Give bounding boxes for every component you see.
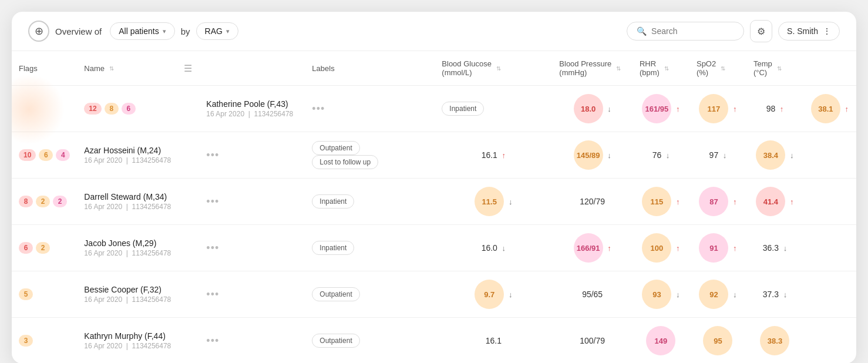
patient-name: Azar Hosseini (M,24) (84, 146, 192, 155)
filter-button[interactable]: ⚙ (750, 20, 772, 42)
flag-badges: 822 (19, 196, 70, 207)
th-spo2[interactable]: SpO2 (%) ⇅ (689, 51, 746, 86)
metric-plain: 16.1 (482, 150, 497, 160)
row-menu-icon[interactable]: ••• (206, 196, 219, 207)
trend-up-icon: ↑ (733, 244, 737, 253)
metric-plain: 36.3 (763, 243, 779, 253)
metric-cell: 93 ↓ (633, 271, 689, 318)
metric-plain: 100/79 (580, 336, 605, 345)
row-menu-icon[interactable]: ••• (206, 242, 219, 254)
patient-name: Bessie Cooper (F,32) (84, 285, 192, 294)
metric-bubble: 93 (642, 280, 671, 309)
th-flags: Flags (12, 51, 77, 86)
chevron-down-icon-2: ▾ (226, 28, 230, 35)
metric-bubble: 92 (699, 280, 728, 309)
row-menu-icon[interactable]: ••• (312, 103, 325, 115)
metric-bubble: 18.0 (574, 94, 603, 123)
th-menu (199, 51, 305, 86)
flag-badge: 2 (53, 196, 67, 207)
metric-cell: 92 ↓ (689, 271, 746, 318)
table-row[interactable]: 1064 Azar Hosseini (M,24) 16 Apr 2020 | … (12, 132, 856, 179)
labels-cell: Inpatient (305, 225, 435, 271)
th-blood-glucose[interactable]: Blood Glucose (mmol/L) ⇅ (435, 51, 552, 86)
metric-cell: 9.7 ↓ (435, 271, 552, 318)
metric-cell: 76 ↓ (633, 132, 689, 179)
user-menu-button[interactable]: S. Smith ⋮ (778, 22, 840, 41)
th-temp[interactable]: Temp (°C) ⇅ (746, 51, 803, 86)
trend-down-icon: ↓ (502, 244, 506, 253)
sliders-icon: ⚙ (757, 26, 765, 37)
metric-cell: 115 ↑ (633, 179, 689, 225)
flag-badges: 1286 (84, 103, 192, 115)
metric-cell: 161/95 ↑ (633, 86, 689, 132)
sort-icon-spo2: ⇅ (721, 65, 725, 72)
trend-down-icon: ↓ (723, 151, 727, 160)
sort-icon-temp: ⇅ (777, 65, 782, 72)
metric-bubble: 115 (642, 187, 671, 216)
user-menu-icon: ⋮ (823, 26, 831, 36)
label-tag: Outpatient (312, 334, 359, 348)
row-menu-cell: ••• (199, 179, 305, 225)
trend-down-icon: ↓ (509, 197, 513, 206)
row-menu-cell: ••• (199, 132, 305, 179)
metric-bubble: 95 (703, 326, 732, 355)
labels-cell: Outpatient (305, 318, 435, 364)
labels-cell: OutpatientLost to follow up (305, 132, 435, 179)
trend-down-icon: ↓ (607, 151, 611, 160)
flags-cell: 3 (12, 318, 77, 364)
metric-cell: 41.4 ↑ (746, 179, 803, 225)
labels-cell: Inpatient (305, 179, 435, 225)
row-menu-cell: ••• (305, 86, 435, 132)
label-tag: Outpatient (312, 287, 359, 301)
metric-bubble: 11.5 (475, 187, 504, 216)
search-input[interactable] (651, 26, 734, 36)
row-menu-icon[interactable]: ••• (206, 149, 219, 161)
metric-plain: 120/79 (580, 197, 605, 206)
flags-cell: 1064 (12, 132, 77, 179)
sort-icon-bp: ⇅ (616, 65, 621, 72)
th-rhr[interactable]: RHR (bpm) ⇅ (633, 51, 689, 86)
metric-cell: 149 (633, 318, 689, 364)
flag-badge: 6 (39, 149, 53, 161)
table-row[interactable]: 5 Bessie Cooper (F,32) 16 Apr 2020 | 113… (12, 271, 856, 318)
table-row[interactable]: 822 Darrell Steward (M,34) 16 Apr 2020 |… (12, 179, 856, 225)
rag-dropdown[interactable]: RAG ▾ (196, 22, 238, 40)
trend-up-icon: ↑ (676, 197, 680, 206)
patient-meta: 16 Apr 2020 | 1134256478 (84, 203, 192, 211)
flag-badges: 1064 (19, 149, 70, 161)
trend-down-icon: ↓ (607, 105, 611, 113)
table-body: 1286 Katherine Poole (F,43) 16 Apr 2020 … (12, 86, 856, 364)
row-menu-icon[interactable]: ••• (206, 288, 219, 300)
table-row[interactable]: 1286 Katherine Poole (F,43) 16 Apr 2020 … (12, 86, 856, 132)
metric-cell: 91 ↑ (689, 225, 746, 271)
all-patients-dropdown[interactable]: All patients ▾ (110, 22, 174, 40)
search-icon: 🔍 (637, 26, 647, 36)
th-blood-pressure[interactable]: Blood Pressure (mmHg) ⇅ (552, 51, 633, 86)
trend-up-icon: ↑ (607, 244, 611, 253)
metric-cell: 38.1 ↑ (803, 86, 856, 132)
metric-cell: 11.5 ↓ (435, 179, 552, 225)
menu-icon-header[interactable]: ☰ (184, 63, 192, 74)
metric-bubble: 91 (699, 233, 728, 263)
trend-down-icon: ↓ (666, 151, 670, 160)
table-container: Flags Name ⇅ ☰ Labels (12, 51, 856, 363)
table-row[interactable]: 3 Kathryn Murphy (F,44) 16 Apr 2020 | 11… (12, 318, 856, 364)
flag-badges: 3 (19, 335, 70, 347)
by-label: by (181, 26, 190, 36)
metric-cell: 145/89 ↓ (552, 132, 633, 179)
flags-cell: 5 (12, 271, 77, 318)
flag-badge: 6 (122, 103, 136, 115)
logo-icon: ⊕ (28, 21, 49, 42)
metric-cell: 36.3 ↓ (746, 225, 803, 271)
th-name[interactable]: Name ⇅ ☰ (77, 51, 199, 86)
trend-up-icon: ↑ (733, 105, 737, 113)
sort-icon-glucose: ⇅ (496, 65, 501, 72)
flag-badge: 4 (56, 149, 70, 161)
flag-badge: 5 (19, 288, 33, 300)
flag-badges: 62 (19, 242, 70, 254)
row-menu-icon[interactable]: ••• (206, 335, 219, 347)
patient-meta: 16 Apr 2020 | 1134256478 (84, 342, 192, 350)
table-row[interactable]: 62 Jacob Jones (M,29) 16 Apr 2020 | 1134… (12, 225, 856, 271)
metric-bubble: 38.4 (756, 140, 785, 170)
trend-down-icon: ↓ (509, 290, 513, 299)
